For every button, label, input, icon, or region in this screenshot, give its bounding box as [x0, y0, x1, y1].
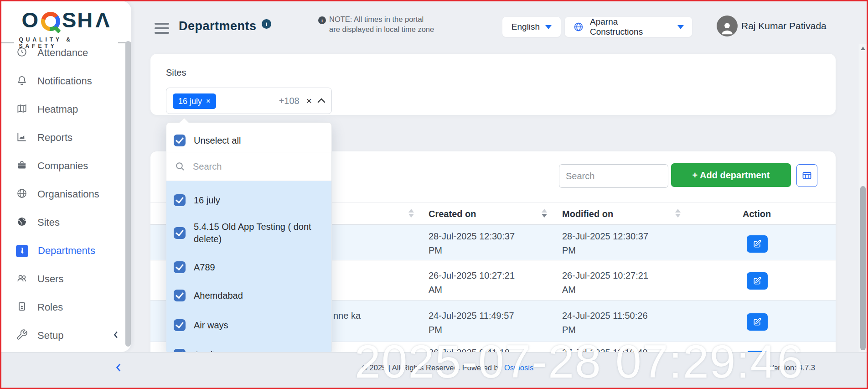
chevron-up-icon[interactable] — [318, 99, 326, 106]
globe-filled-icon — [16, 216, 28, 229]
scroll-up-arrow-icon[interactable] — [861, 47, 865, 50]
main-scrollbar-thumb[interactable] — [860, 186, 866, 350]
checkbox-checked-icon[interactable] — [174, 319, 186, 331]
site-option[interactable]: Ahemdabad — [166, 281, 331, 310]
sites-dropdown-panel: Unselect all 16 july 5.4.15 Old App Test… — [166, 122, 332, 354]
chevron-left-icon[interactable] — [111, 330, 121, 342]
sidebar-scrollbar-thumb[interactable] — [125, 41, 131, 347]
tie-icon — [16, 245, 28, 257]
site-option[interactable]: Air ways — [166, 311, 331, 340]
sidebar-item-label: Sites — [37, 217, 60, 228]
modified-on-cell: 26-Jul-2025 10:27:21 AM — [562, 269, 660, 297]
map-icon — [16, 103, 28, 116]
tagline-dash — [1, 42, 14, 43]
user-name[interactable]: Raj Kumar Pativada — [741, 21, 827, 31]
unselect-all-option[interactable]: Unselect all — [166, 129, 331, 152]
checkbox-checked-icon[interactable] — [174, 194, 186, 206]
clear-all-icon[interactable] — [306, 95, 312, 106]
checkbox-checked-icon[interactable] — [174, 290, 186, 301]
globe-icon — [16, 187, 28, 201]
note-text-line1: NOTE: All times in the portal — [329, 15, 424, 24]
sidebar-item-organisations[interactable]: Organisations — [1, 182, 131, 207]
sites-option-list: 16 july 5.4.15 Old App Testing ( dont de… — [166, 181, 331, 354]
add-department-button[interactable]: + Add department — [671, 163, 791, 187]
created-on-cell: 28-Jul-2025 12:30:37 PM — [429, 229, 527, 258]
checkbox-checked-icon[interactable] — [174, 261, 186, 273]
site-option[interactable]: 16 july — [166, 187, 331, 213]
column-header-modified-on[interactable]: Modified on — [562, 203, 613, 225]
chip-label: 16 july — [178, 97, 202, 106]
sidebar-item-notifications[interactable]: Notifications — [1, 68, 131, 94]
wrench-icon — [16, 329, 28, 342]
column-header-action: Action — [743, 203, 771, 225]
sites-filter-card: Sites 16 july +108 — [150, 54, 836, 115]
sidebar-item-sites[interactable]: Sites — [1, 210, 131, 235]
logo-letter: O — [21, 7, 39, 32]
sort-control[interactable] — [675, 209, 681, 218]
edit-button[interactable] — [747, 272, 768, 290]
footer: © 2025 | All Rights Reserved. Powered by… — [1, 352, 867, 388]
sidebar-item-label: Roles — [37, 301, 63, 313]
brand-tagline: QUALITY & SAFETY — [19, 36, 113, 49]
company-label: Aparna Constructions — [590, 17, 672, 37]
table-search-input[interactable] — [559, 164, 668, 188]
logo-letter: SH — [62, 7, 93, 32]
logo-letter: Λ — [95, 7, 110, 32]
sidebar-item-label: Heatmap — [37, 104, 78, 115]
chip-remove-icon[interactable] — [206, 97, 211, 106]
site-option[interactable]: 5.4.15 Old App Testing ( dont delete) — [166, 213, 331, 253]
sidebar-item-label: Setup — [37, 330, 64, 342]
users-icon — [16, 272, 28, 286]
avatar[interactable] — [717, 16, 738, 36]
note-info-icon — [318, 16, 326, 24]
checkbox-checked-icon[interactable] — [174, 227, 186, 239]
sidebar-item-roles[interactable]: Roles — [1, 295, 131, 320]
modified-on-cell: 28-Jul-2025 12:30:37 PM — [562, 229, 660, 258]
version-text: Version: 4.7.3 — [769, 363, 815, 372]
copyright-text: © 2025 | All Rights Reserved. Powered by… — [1, 363, 867, 372]
sidebar-item-heatmap[interactable]: Heatmap — [1, 97, 131, 122]
bell-icon — [16, 74, 28, 88]
chart-icon — [16, 131, 28, 145]
modified-on-cell: 24-Jul-2025 11:50:26 PM — [562, 309, 660, 337]
dropdown-search-input[interactable] — [193, 161, 307, 172]
language-select[interactable]: English — [502, 17, 561, 37]
info-icon[interactable] — [262, 19, 271, 29]
brand-logo: O SH Λ QUALITY & SAFETY — [1, 1, 131, 47]
table-columns-button[interactable] — [796, 164, 817, 187]
sidebar-item-companies[interactable]: Companies — [1, 153, 131, 179]
sort-control[interactable] — [408, 209, 414, 218]
id-card-icon — [16, 301, 28, 314]
edit-button[interactable] — [747, 235, 768, 253]
language-label: English — [512, 22, 540, 32]
sidebar-item-reports[interactable]: Reports — [1, 125, 131, 150]
sidebar-item-label: Organisations — [37, 188, 99, 200]
selected-site-chip: 16 july — [173, 93, 216, 109]
checkbox-checked-icon[interactable] — [174, 135, 186, 146]
sidebar-item-setup[interactable]: Setup — [1, 323, 131, 348]
column-header-created-on[interactable]: Created on — [429, 203, 476, 225]
hamburger-menu-icon[interactable] — [155, 23, 169, 34]
logo-q-ring-icon — [41, 12, 60, 31]
edit-button[interactable] — [747, 313, 768, 331]
department-name-cell: nne ka — [333, 309, 406, 323]
sidebar-item-departments[interactable]: Departments — [1, 238, 131, 264]
sites-label: Sites — [166, 67, 186, 78]
sidebar-item-label: Companies — [37, 160, 88, 172]
company-select[interactable]: Aparna Constructions — [565, 17, 692, 37]
sidebar-item-users[interactable]: Users — [1, 266, 131, 292]
powered-by-link[interactable]: Osmosis — [504, 363, 533, 372]
sort-control[interactable] — [542, 209, 547, 218]
site-option[interactable]: A789 — [166, 253, 331, 281]
main-scrollbar[interactable] — [859, 44, 867, 352]
sidebar: Attendance Notifications Heatmap Reports… — [1, 1, 131, 352]
more-count-badge: +108 — [279, 96, 300, 106]
sites-multiselect[interactable]: 16 july +108 — [166, 88, 332, 114]
created-on-cell: 26-Jul-2025 10:27:21 AM — [429, 269, 527, 297]
briefcase-icon — [16, 159, 28, 173]
globe-icon — [573, 21, 584, 32]
sidebar-item-label: Departments — [38, 245, 95, 257]
dropdown-search-row — [166, 152, 331, 181]
search-icon — [175, 161, 186, 172]
unselect-all-label: Unselect all — [194, 135, 241, 146]
